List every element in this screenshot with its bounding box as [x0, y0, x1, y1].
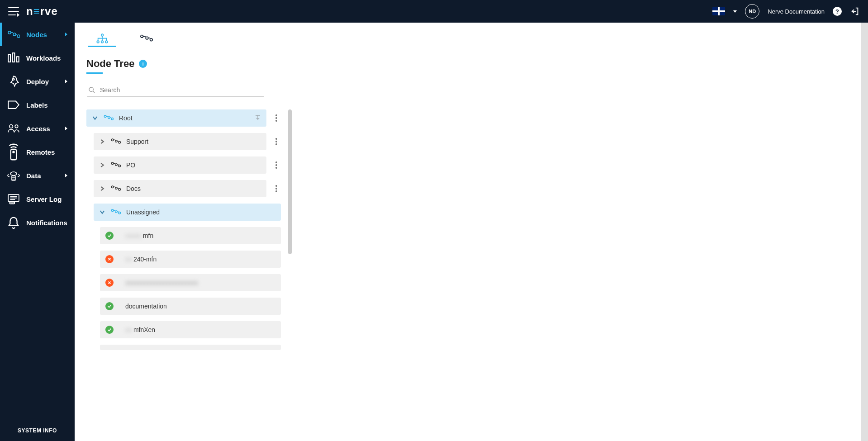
title-underline — [86, 72, 103, 74]
search-input[interactable] — [100, 86, 263, 94]
tree-node-folder[interactable]: PO — [94, 156, 266, 174]
chevron-down-icon[interactable] — [99, 209, 105, 215]
tree-node-item[interactable]: documentation — [100, 298, 281, 315]
more-button[interactable] — [272, 185, 281, 192]
sidebar-item-label: Workloads — [26, 54, 61, 62]
folder-icon — [111, 185, 121, 193]
svg-point-33 — [115, 187, 118, 189]
tree-node-label: Root — [119, 114, 133, 122]
tree-node-item[interactable]: xxxxxxxxxxxxxxxxxxxxxxx — [100, 274, 281, 291]
system-info-button[interactable]: SYSTEM INFO — [0, 420, 75, 441]
chevron-right-icon[interactable] — [99, 138, 105, 145]
sidebar: NodesWorkloadsDeployLabelsAccessRemotesD… — [0, 23, 75, 441]
chevron-right-icon[interactable] — [99, 185, 105, 192]
sidebar-item-label: Nodes — [26, 31, 47, 38]
sidebar-item-label: Server Log — [26, 195, 62, 203]
svg-text:LOG: LOG — [10, 202, 14, 204]
main-content: Node Tree i Root SupportPODocs — [75, 23, 868, 441]
tree-node-folder[interactable]: Docs — [94, 180, 266, 197]
status-error-icon — [105, 279, 114, 287]
svg-point-31 — [119, 165, 121, 167]
tab-list-view[interactable] — [133, 31, 161, 47]
chevron-right-icon[interactable] — [99, 162, 105, 168]
svg-point-36 — [115, 210, 118, 213]
svg-point-8 — [15, 125, 18, 128]
tree-node-item[interactable]: xx 240-mfn — [100, 251, 281, 268]
logout-icon[interactable] — [850, 6, 860, 16]
language-dropdown-caret-icon[interactable] — [733, 10, 737, 13]
more-button[interactable] — [272, 161, 281, 169]
svg-point-24 — [108, 116, 110, 119]
search-field[interactable] — [87, 84, 264, 97]
svg-point-6 — [13, 79, 14, 81]
workloads-icon — [7, 52, 20, 63]
svg-point-1 — [13, 33, 16, 36]
svg-rect-11 — [12, 176, 15, 180]
status-ok-icon — [105, 326, 114, 334]
svg-point-29 — [111, 162, 114, 164]
svg-point-15 — [101, 34, 104, 36]
menu-toggle-icon[interactable] — [8, 7, 19, 15]
svg-point-27 — [115, 140, 118, 142]
tab-tree-view[interactable] — [88, 31, 116, 47]
tree-node-item[interactable]: xx mfnXen — [100, 321, 281, 338]
data-icon — [7, 170, 20, 181]
svg-point-21 — [150, 38, 153, 41]
svg-point-26 — [111, 138, 114, 141]
sidebar-item-workloads[interactable]: Workloads — [0, 46, 75, 70]
tree-node-unassigned[interactable]: Unassigned — [94, 204, 281, 221]
sidebar-item-labels[interactable]: Labels — [0, 93, 75, 117]
svg-point-16 — [97, 41, 99, 43]
svg-rect-5 — [17, 57, 19, 62]
svg-point-28 — [119, 141, 121, 143]
tree-node-label: xx mfnXen — [125, 326, 155, 333]
folder-icon — [111, 138, 121, 146]
sidebar-item-server-log[interactable]: LOGServer Log — [0, 187, 75, 211]
status-ok-icon — [105, 232, 114, 240]
info-icon[interactable]: i — [139, 60, 147, 68]
tree-node-item-partial[interactable] — [100, 345, 281, 350]
app-logo: n≡rve — [26, 5, 58, 18]
language-flag-icon[interactable] — [712, 7, 725, 15]
logo-text-right: rve — [40, 5, 58, 18]
svg-point-20 — [146, 37, 148, 39]
logo-accent: ≡ — [33, 5, 40, 18]
user-avatar[interactable]: ND — [745, 4, 759, 19]
more-button[interactable] — [272, 138, 281, 145]
folder-icon — [111, 161, 121, 169]
svg-point-2 — [17, 35, 20, 38]
tree-node-folder[interactable]: Support — [94, 133, 266, 150]
svg-point-22 — [89, 87, 93, 91]
header-left: n≡rve — [8, 5, 58, 18]
svg-point-0 — [8, 31, 11, 34]
svg-point-18 — [105, 41, 108, 43]
tree-node-item[interactable]: xxxxx mfn — [100, 227, 281, 244]
tree-scrollbar[interactable] — [288, 109, 292, 254]
svg-point-10 — [13, 151, 14, 152]
collapse-all-icon[interactable] — [255, 114, 261, 122]
help-icon[interactable]: ? — [833, 7, 842, 16]
chevron-down-icon[interactable] — [92, 115, 98, 121]
svg-point-30 — [115, 163, 118, 166]
svg-point-7 — [9, 125, 13, 128]
main-scrollbar[interactable] — [861, 23, 868, 441]
deploy-icon — [7, 76, 20, 87]
svg-point-19 — [141, 35, 143, 38]
nodes-icon — [7, 29, 20, 40]
more-button[interactable] — [272, 114, 281, 122]
tree-node-root[interactable]: Root — [86, 109, 266, 127]
chevron-right-icon — [65, 33, 67, 36]
tree-node-label: Docs — [126, 185, 141, 192]
svg-point-32 — [111, 185, 114, 188]
sidebar-item-notifications[interactable]: Notifications — [0, 211, 75, 234]
sidebar-item-remotes[interactable]: Remotes — [0, 140, 75, 164]
sidebar-item-nodes[interactable]: Nodes — [0, 23, 75, 46]
view-tabs — [86, 31, 856, 47]
chevron-right-icon — [65, 174, 67, 177]
sidebar-item-access[interactable]: Access — [0, 117, 75, 140]
sidebar-item-deploy[interactable]: Deploy — [0, 70, 75, 93]
sidebar-item-label: Remotes — [26, 148, 55, 156]
sidebar-item-data[interactable]: Data — [0, 164, 75, 187]
folder-icon — [104, 114, 114, 122]
chevron-right-icon — [65, 127, 67, 130]
